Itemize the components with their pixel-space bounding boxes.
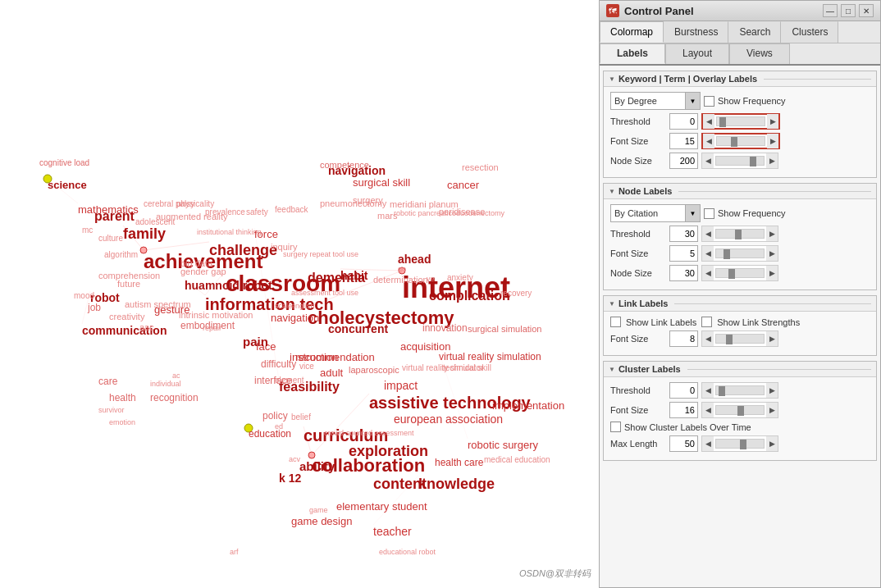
close-button[interactable]: ✕ (859, 4, 874, 17)
word-mc: mc (82, 226, 93, 235)
cluster-fontsize-dec[interactable]: ◀ (702, 403, 714, 417)
keyword-nodesize-inc[interactable]: ▶ (766, 153, 778, 168)
section-divider-2 (678, 191, 871, 192)
link-fontsize-thumb[interactable] (726, 335, 733, 344)
keyword-sort-value: By Degree (611, 96, 685, 106)
node-fontsize-inc[interactable]: ▶ (766, 246, 778, 261)
keyword-fontsize-dec[interactable]: ◀ (703, 134, 714, 148)
section-divider-3 (674, 303, 871, 304)
node-threshold-thumb[interactable] (735, 230, 742, 239)
keyword-threshold-dec[interactable]: ◀ (703, 114, 714, 129)
cluster-fontsize-track[interactable] (715, 405, 765, 415)
keyword-freq-label: Show Frequency (718, 96, 786, 106)
subtab-layout[interactable]: Layout (665, 43, 729, 64)
word-technical-skill: technical skill (443, 363, 491, 372)
node-freq-checkbox[interactable] (704, 208, 714, 219)
node-fontsize-slider[interactable]: ◀ ▶ (701, 245, 778, 262)
word-content: content (373, 476, 427, 493)
tab-clusters[interactable]: Clusters (781, 21, 838, 43)
show-link-labels-label: Show Link Labels (626, 317, 696, 327)
keyword-threshold-inc[interactable]: ▶ (767, 114, 778, 129)
word-determination: determination (373, 275, 428, 285)
word-mathematics: mathematics (78, 203, 139, 216)
link-fontsize-inc[interactable]: ▶ (766, 331, 778, 346)
keyword-fontsize-row: Font Size 15 ◀ ▶ (610, 133, 870, 149)
cluster-threshold-slider[interactable]: ◀ ▶ (701, 382, 778, 399)
node-threshold-slider[interactable]: ◀ ▶ (701, 226, 778, 242)
keyword-sort-row: By Degree ▼ Show Frequency (610, 92, 870, 110)
node-labels-body: By Citation ▼ Show Frequency Threshold 3… (604, 199, 876, 289)
keyword-sort-dropdown[interactable]: By Degree ▼ (610, 92, 701, 110)
cluster-fontsize-inc[interactable]: ▶ (766, 403, 778, 417)
word-ve: ve (427, 275, 435, 283)
sub-tabs: Labels Layout Views (600, 43, 880, 66)
word-health: health (109, 392, 136, 403)
node-sort-dropdown[interactable]: By Citation ▼ (610, 204, 701, 222)
subtab-views[interactable]: Views (729, 43, 790, 64)
keyword-nodesize-row: Node Size 200 ◀ ▶ (610, 153, 870, 169)
keyword-freq-checkbox[interactable] (704, 96, 714, 107)
node-nodesize-dec[interactable]: ◀ (702, 266, 714, 280)
link-fontsize-row: Font Size 8 ◀ ▶ (610, 330, 870, 347)
cluster-maxlength-dec[interactable]: ◀ (702, 436, 714, 451)
cluster-threshold-thumb[interactable] (719, 386, 725, 396)
keyword-threshold-track[interactable] (716, 116, 765, 126)
node-sort-row: By Citation ▼ Show Frequency (610, 204, 870, 222)
node-nodesize-inc[interactable]: ▶ (766, 266, 778, 280)
cluster-overtime-checkbox[interactable] (610, 422, 621, 432)
keyword-nodesize-track[interactable] (715, 156, 765, 166)
cluster-threshold-dec[interactable]: ◀ (702, 383, 714, 398)
cluster-maxlength-label: Max Length (610, 439, 666, 449)
node-sort-arrow[interactable]: ▼ (685, 205, 700, 221)
keyword-fontsize-thumb[interactable] (731, 137, 737, 147)
node-nodesize-thumb[interactable] (728, 269, 735, 279)
cluster-threshold-track[interactable] (715, 385, 765, 395)
keyword-threshold-thumb[interactable] (719, 117, 726, 127)
tab-burstness[interactable]: Burstness (664, 21, 728, 43)
node-threshold-track[interactable] (715, 229, 765, 239)
word-repair: repair (203, 324, 221, 332)
link-fontsize-track[interactable] (715, 334, 765, 344)
keyword-sort-arrow[interactable]: ▼ (685, 93, 700, 109)
keyword-threshold-slider[interactable]: ◀ ▶ (701, 113, 780, 130)
cluster-maxlength-track[interactable] (715, 439, 765, 449)
cluster-maxlength-inc[interactable]: ▶ (766, 436, 778, 451)
maximize-button[interactable]: □ (841, 4, 856, 17)
link-labels-section: Link Labels Show Link Labels Show Link S… (603, 295, 877, 356)
cluster-fontsize-label: Font Size (610, 405, 666, 415)
word-aac: aac (139, 322, 154, 332)
word-implementation: implementation (492, 399, 564, 412)
cluster-fontsize-slider[interactable]: ◀ ▶ (701, 402, 778, 418)
subtab-labels[interactable]: Labels (600, 43, 665, 64)
word-intrinsic-motivation: intrinsic motivation (179, 310, 253, 320)
node-threshold-dec[interactable]: ◀ (702, 226, 714, 241)
cluster-threshold-inc[interactable]: ▶ (766, 383, 778, 398)
link-fontsize-dec[interactable]: ◀ (702, 331, 714, 346)
cluster-fontsize-thumb[interactable] (737, 406, 744, 416)
keyword-fontsize-inc[interactable]: ▶ (767, 134, 778, 148)
show-link-strengths-checkbox[interactable] (701, 317, 712, 327)
keyword-fontsize-slider[interactable]: ◀ ▶ (701, 133, 780, 149)
node-fontsize-dec[interactable]: ◀ (702, 246, 714, 261)
node-fontsize-thumb[interactable] (724, 249, 730, 259)
tab-colormap[interactable]: Colormap (600, 21, 664, 43)
node-nodesize-track[interactable] (715, 268, 765, 278)
minimize-button[interactable]: — (823, 4, 838, 17)
word-surgery-repeat-tool-use: surgery repeat tool use (283, 250, 358, 258)
node-threshold-inc[interactable]: ▶ (766, 226, 778, 241)
node-fontsize-track[interactable] (715, 248, 765, 258)
keyword-fontsize-track[interactable] (716, 136, 765, 146)
keyword-nodesize-slider[interactable]: ◀ ▶ (701, 153, 778, 169)
keyword-nodesize-dec[interactable]: ◀ (702, 153, 714, 168)
word-recovery: recovery (500, 289, 532, 298)
keyword-nodesize-label: Node Size (610, 156, 666, 166)
section-divider (764, 79, 871, 80)
tab-search[interactable]: Search (728, 21, 781, 43)
link-fontsize-slider[interactable]: ◀ ▶ (701, 330, 778, 347)
section-divider-4 (687, 369, 871, 370)
node-nodesize-slider[interactable]: ◀ ▶ (701, 265, 778, 281)
cluster-maxlength-slider[interactable]: ◀ ▶ (701, 435, 778, 452)
keyword-nodesize-thumb[interactable] (750, 157, 756, 166)
cluster-maxlength-thumb[interactable] (740, 440, 746, 449)
show-link-labels-checkbox[interactable] (610, 317, 621, 327)
